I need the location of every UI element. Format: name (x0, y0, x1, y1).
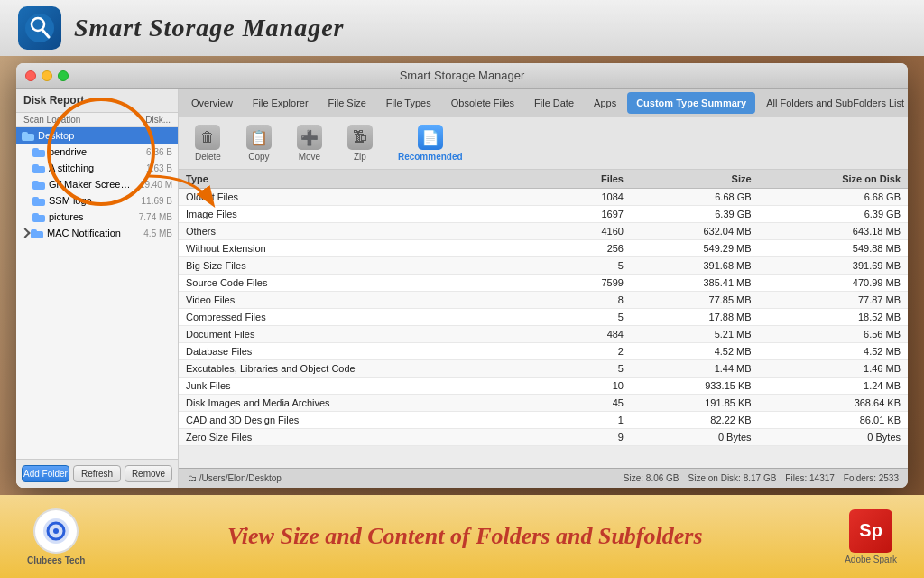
zip-button[interactable]: 🗜 Zip (340, 121, 380, 165)
col-size: Size (631, 170, 759, 189)
cell-size-on-disk: 391.69 MB (759, 257, 908, 275)
cell-type: Without Extension (179, 240, 555, 257)
cell-size: 17.88 MB (631, 309, 759, 326)
maximize-button[interactable] (58, 70, 69, 81)
table-row[interactable]: Without Extension 256 549.29 MB 549.88 M… (179, 240, 908, 257)
cell-files: 9 (555, 429, 631, 446)
chevron-right-icon (20, 228, 30, 238)
recommended-button[interactable]: 📄 Recommended (391, 121, 470, 165)
adobe-section: Sp Adobe Spark (845, 509, 897, 564)
cell-size: 391.68 MB (631, 257, 759, 275)
table-row[interactable]: Others 4160 632.04 MB 643.18 MB (179, 223, 908, 240)
item-name: pendrive (49, 146, 132, 157)
cell-files: 8 (555, 292, 631, 309)
add-folder-button[interactable]: Add Folder (22, 465, 69, 482)
close-button[interactable] (25, 70, 36, 81)
tab-file-explorer[interactable]: File Explorer (244, 92, 318, 114)
cell-files: 1697 (555, 206, 631, 223)
sidebar-item-gif-maker[interactable]: Gif Maker Screensth... 19.40 M (16, 176, 178, 192)
cell-size-on-disk: 6.68 GB (759, 189, 908, 206)
folder-icon (22, 131, 34, 141)
copy-label: Copy (248, 152, 269, 162)
sidebar-item-desktop[interactable]: Desktop (16, 127, 178, 144)
adobe-icon: Sp (849, 509, 892, 553)
window-body: Disk Report Scan Location Disk... Deskto… (16, 89, 908, 488)
cell-size-on-disk: 86.01 KB (759, 412, 908, 429)
cell-size-on-disk: 470.99 MB (759, 275, 908, 292)
cell-size-on-disk: 18.52 MB (759, 309, 908, 326)
table-body: Oldest Files 1084 6.68 GB 6.68 GB Image … (179, 189, 908, 446)
tab-apps[interactable]: Apps (585, 92, 625, 114)
folder-icon (32, 163, 45, 173)
cell-files: 4160 (555, 223, 631, 240)
cell-type: Big Size Files (179, 257, 555, 275)
tab-obsolete-files[interactable]: Obsolete Files (442, 92, 523, 114)
table-row[interactable]: Oldest Files 1084 6.68 GB 6.68 GB (179, 189, 908, 206)
tab-file-date[interactable]: File Date (525, 92, 583, 114)
cell-type: Video Files (179, 292, 555, 309)
cell-type: Document Files (179, 326, 555, 343)
folder-icon (32, 212, 45, 222)
tab-file-size[interactable]: File Size (319, 92, 375, 114)
tab-file-types[interactable]: File Types (377, 92, 440, 114)
table-header-row: Type Files Size Size on Disk (179, 170, 908, 189)
refresh-button[interactable]: Refresh (73, 465, 121, 482)
tab-custom-type-summary[interactable]: Custom Type Summary (627, 92, 755, 114)
cell-size: 77.85 MB (631, 292, 759, 309)
table-row[interactable]: Source Code Files 7599 385.41 MB 470.99 … (179, 275, 908, 292)
table-row[interactable]: Database Files 2 4.52 MB 4.52 MB (179, 343, 908, 360)
table-row[interactable]: Video Files 8 77.85 MB 77.87 MB (179, 292, 908, 309)
sidebar-item-ssm-logo[interactable]: SSM logo 11.69 B (16, 192, 178, 209)
cell-files: 10 (555, 378, 631, 395)
item-size: 11.69 B (132, 196, 172, 206)
cell-files: 1 (555, 412, 631, 429)
remove-button[interactable]: Remove (125, 465, 172, 482)
table-row[interactable]: CAD and 3D Design Files 1 82.22 KB 86.01… (179, 412, 908, 429)
sidebar-item-a-stitching[interactable]: A stitching 1.63 B (16, 160, 178, 176)
status-files: Files: 14317 (785, 473, 834, 483)
cell-size: 632.04 MB (631, 223, 759, 240)
expand-arrow[interactable] (22, 229, 31, 237)
bottom-text: View Size and Content of Folders and Sub… (227, 523, 703, 550)
table-row[interactable]: Big Size Files 5 391.68 MB 391.69 MB (179, 257, 908, 275)
sidebar-item-pictures[interactable]: pictures 7.74 MB (16, 209, 178, 225)
sidebar-columns: Scan Location Disk... (16, 113, 178, 127)
cell-type: Disk Images and Media Archives (179, 395, 555, 412)
delete-button[interactable]: 🗑 Delete (188, 121, 228, 165)
status-bar: 🗂 /Users/Elon/Desktop Size: 8.06 GB Size… (179, 468, 908, 488)
folder-icon (32, 180, 45, 190)
table-row[interactable]: Disk Images and Media Archives 45 191.85… (179, 395, 908, 412)
tab-all-folders[interactable]: All Folders and SubFolders List (757, 92, 908, 114)
cell-size: 6.68 GB (631, 189, 759, 206)
sidebar-item-pendrive[interactable]: pendrive 6.36 B (16, 144, 178, 160)
data-table: Type Files Size Size on Disk Oldest File… (179, 170, 908, 446)
table-row[interactable]: Compressed Files 5 17.88 MB 18.52 MB (179, 309, 908, 326)
recommended-icon: 📄 (418, 125, 443, 150)
item-name: Desktop (38, 130, 132, 141)
table-row[interactable]: Zero Size Files 9 0 Bytes 0 Bytes (179, 429, 908, 446)
col-type: Type (179, 170, 555, 189)
table-row[interactable]: Image Files 1697 6.39 GB 6.39 GB (179, 206, 908, 223)
item-size: 7.74 MB (132, 212, 172, 222)
sidebar-items-list: Desktop pendrive 6.36 B A stitching 1.63… (16, 127, 178, 459)
minimize-button[interactable] (42, 70, 52, 81)
cell-type: Junk Files (179, 378, 555, 395)
copy-icon: 📋 (246, 125, 272, 150)
cell-size-on-disk: 0 Bytes (759, 429, 908, 446)
cell-size: 5.21 MB (631, 326, 759, 343)
move-icon: ➕ (297, 125, 322, 150)
copy-button[interactable]: 📋 Copy (239, 121, 279, 165)
table-row[interactable]: Document Files 484 5.21 MB 6.56 MB (179, 326, 908, 343)
clubees-logo (33, 508, 79, 554)
cell-type: Others (179, 223, 555, 240)
cell-files: 5 (555, 360, 631, 378)
tab-overview[interactable]: Overview (182, 92, 242, 114)
sidebar-item-mac-notification[interactable]: MAC Notification 4.5 MB (16, 225, 178, 241)
table-row[interactable]: Excutables, Libraries and Object Code 5 … (179, 360, 908, 378)
move-button[interactable]: ➕ Move (290, 121, 329, 165)
cell-size-on-disk: 549.88 MB (759, 240, 908, 257)
delete-label: Delete (195, 152, 221, 162)
status-size-on-disk: Size on Disk: 8.17 GB (688, 473, 777, 483)
sidebar-header: Disk Report (16, 89, 178, 113)
table-row[interactable]: Junk Files 10 933.15 KB 1.24 MB (179, 378, 908, 395)
